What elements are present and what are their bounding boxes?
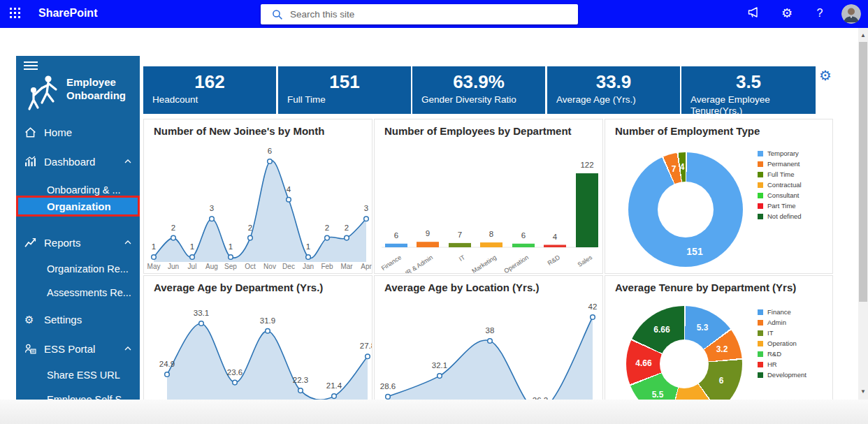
x-tick-label: HR & Admin — [402, 254, 435, 274]
x-tick-label: Oct — [245, 263, 256, 270]
data-label: 22.3 — [293, 376, 308, 384]
brand-title[interactable]: SharePoint — [38, 7, 97, 20]
sidebar-item-organization[interactable]: Organization — [16, 196, 140, 217]
scroll-down-arrow[interactable]: ▼ — [858, 388, 868, 395]
data-point — [266, 328, 270, 333]
legend-item: R&D — [758, 349, 806, 359]
chevron-up-icon[interactable] — [124, 240, 131, 244]
data-point — [171, 235, 176, 240]
data-point — [332, 394, 337, 399]
data-label: 2 — [345, 224, 349, 232]
menu-toggle-icon[interactable] — [24, 61, 38, 71]
data-label: 122 — [580, 161, 593, 169]
chevron-up-icon[interactable] — [124, 346, 131, 351]
legend-label: Admin — [767, 319, 786, 326]
data-label: 1 — [229, 242, 233, 251]
legend-swatch — [758, 182, 763, 188]
sidebar-item-share-ess-url[interactable]: Share ESS URL — [16, 368, 140, 383]
data-label: 7 — [458, 231, 462, 239]
data-point — [229, 255, 233, 260]
slice-label: 4.66 — [635, 358, 651, 368]
legend-label: Permanent — [767, 160, 800, 168]
scrollbar-thumb[interactable] — [859, 42, 867, 302]
search-input[interactable] — [290, 4, 570, 24]
sidebar-item-dashboard[interactable]: Dashboard — [16, 154, 140, 170]
webpart-settings-gear-icon[interactable]: ⚙ — [819, 67, 832, 84]
x-tick-label: Finance — [380, 254, 403, 272]
sidebar-item-reports[interactable]: Reports — [16, 235, 140, 251]
data-label: 1 — [152, 242, 156, 251]
bar — [512, 244, 535, 247]
data-label: 42 — [588, 302, 598, 311]
slice-label: 3.2 — [716, 344, 728, 354]
data-label: 27.8 — [360, 342, 372, 350]
avatar[interactable] — [841, 4, 861, 24]
legend-item: Development — [758, 370, 806, 380]
x-tick-label: Operation — [502, 254, 530, 274]
settings-icon[interactable]: ⚙ — [778, 6, 796, 22]
slice-label: 6 — [719, 376, 724, 386]
sidebar: Employee Onboarding Home Dashboard Onboa… — [16, 56, 140, 400]
x-tick-label: Jun — [168, 263, 179, 270]
sidebar-item-ess-portal[interactable]: ESS Portal — [16, 342, 140, 357]
data-point — [287, 198, 291, 203]
legend-label: Operation — [767, 339, 797, 347]
legend-label: Part Time — [767, 202, 796, 210]
legend-swatch — [758, 351, 763, 357]
legend-swatch — [758, 341, 763, 346]
chevron-up-icon[interactable] — [124, 159, 131, 163]
sidebar-item-settings[interactable]: ⚙ Settings — [16, 312, 140, 328]
legend-item: Not defined — [758, 211, 802, 221]
vertical-scrollbar[interactable]: ▲ ▼ — [858, 28, 868, 400]
announcement-icon[interactable] — [745, 6, 763, 22]
app-launcher-icon[interactable] — [10, 8, 24, 21]
slice-label: 7 — [672, 164, 677, 174]
legend-item: IT — [758, 328, 806, 338]
data-label: 6 — [394, 231, 398, 240]
x-tick-label: IT — [458, 254, 467, 263]
x-tick-label: Sales — [577, 254, 594, 268]
data-point — [248, 235, 253, 240]
data-point — [165, 372, 170, 377]
data-label: 8 — [489, 230, 493, 238]
legend-item: Finance — [758, 307, 806, 317]
data-point — [591, 315, 595, 320]
x-tick-label: Apr — [361, 263, 372, 270]
data-label: 3 — [210, 204, 214, 212]
kpi-average-age: 33.9 Average Age (Yrs.) — [547, 66, 680, 114]
sidebar-item-organization-reports[interactable]: Organization Re... — [16, 262, 140, 277]
data-label: 1 — [190, 242, 194, 251]
chart-card-new-joinees: 121312641223MayJunJulAugSepOctNovDecJanF… — [143, 119, 372, 274]
donut-hole — [660, 339, 709, 388]
legend-swatch — [758, 161, 763, 167]
slice-label: 4 — [680, 162, 685, 172]
slice-label: 6.66 — [653, 325, 670, 335]
data-label: 6 — [268, 147, 272, 155]
slice-label: 151 — [686, 246, 702, 257]
data-point — [366, 354, 370, 359]
kpi-full-time: 151 Full Time — [278, 66, 411, 114]
data-point — [437, 374, 442, 379]
x-tick-label: Aug — [205, 263, 218, 270]
data-label: 4 — [553, 233, 558, 241]
app-title: Employee Onboarding — [66, 75, 126, 102]
data-label: 21.4 — [326, 381, 342, 390]
bar — [385, 244, 407, 247]
sidebar-item-assessments-reports[interactable]: Assessments Re... — [16, 286, 140, 301]
sidebar-item-home[interactable]: Home — [16, 125, 140, 140]
legend-label: Finance — [767, 308, 791, 316]
legend-swatch — [758, 214, 763, 219]
scroll-up-arrow[interactable]: ▲ — [858, 32, 868, 38]
chart-legend: FinanceAdminITOperationR&DHRDevelopment — [758, 307, 806, 380]
legend-swatch — [758, 330, 763, 336]
data-label: 4 — [287, 185, 291, 193]
x-tick-label: Sep — [224, 263, 237, 270]
x-tick-label: Feb — [321, 263, 333, 270]
legend-item: Full Time — [758, 169, 802, 180]
legend-swatch — [758, 362, 763, 367]
legend-label: IT — [767, 329, 773, 337]
chart-card-employees-by-department: 6Finance9HR & Admin7IT8Marketing6Operati… — [374, 119, 603, 274]
legend-label: R&D — [767, 350, 781, 358]
help-icon[interactable]: ? — [811, 7, 829, 24]
dashboard-icon — [24, 156, 36, 168]
